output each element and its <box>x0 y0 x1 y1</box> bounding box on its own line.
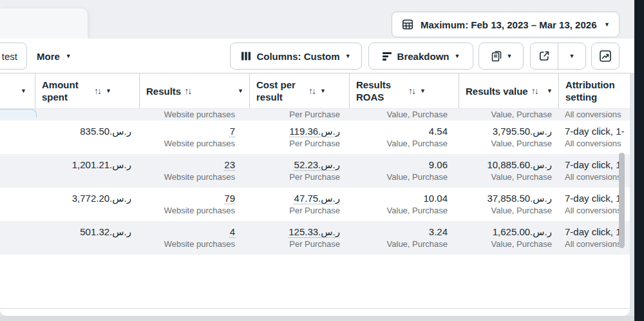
date-range-button[interactable]: Maximum: Feb 13, 2023 – Mar 13, 2026 ▼ <box>392 12 620 37</box>
cost-value-link[interactable]: ر.س.47.75 <box>294 192 340 205</box>
ads-manager-screen: Maximum: Feb 13, 2023 – Mar 13, 2026 ▼ t… <box>0 0 644 321</box>
results-value-link[interactable]: 4 <box>230 226 235 238</box>
column-header-results[interactable]: Results ↑↓ ▼ <box>139 73 249 108</box>
results-sublabel: Website purchases <box>164 109 235 121</box>
cell-cost-per-result: ر.س.47.75Per Purchase <box>249 188 349 221</box>
column-header-selection[interactable]: ▼ <box>0 73 35 108</box>
cell-results: 4Website purchases <box>139 221 249 255</box>
chevron-down-icon: ▼ <box>604 22 610 28</box>
results-value-link[interactable]: 7 <box>230 125 235 138</box>
cell-amount-spent: ر.س.3,772.20 <box>35 188 139 221</box>
export-icon <box>538 50 551 63</box>
chevron-down-icon: ▼ <box>66 54 71 59</box>
breakdown-button[interactable]: Breakdown ▼ <box>368 43 473 70</box>
cell-results: 79Website purchases <box>139 188 249 221</box>
column-header-results-value[interactable]: Results value ↑↓ ▼ <box>459 73 558 108</box>
sort-icon[interactable]: ↑↓ <box>408 86 417 96</box>
chevron-down-icon[interactable]: ▼ <box>238 88 243 94</box>
table-row: ر.س.3,772.20 79Website purchases ر.س.47.… <box>0 188 630 221</box>
cell-amount-spent: ر.س.501.32 <box>35 221 139 255</box>
column-header-cost-per-result[interactable]: Cost per result ↑↓ ▼ <box>249 73 349 108</box>
chevron-down-icon[interactable]: ▼ <box>106 88 111 94</box>
charts-button[interactable] <box>591 43 620 70</box>
cell-results-roas: 10.04Value, Purchase <box>349 188 459 221</box>
value-sublabel: Value, Purchase <box>491 109 552 121</box>
cell-cost-per-result: ر.س.125.33Per Purchase <box>249 221 349 255</box>
bottom-strip <box>0 316 644 321</box>
sort-icon[interactable]: ↑↓ <box>308 86 317 96</box>
chevron-down-icon: ▼ <box>21 88 26 94</box>
reports-icon <box>490 50 503 63</box>
columns-icon <box>241 51 251 61</box>
table-row: ر.س.1,201.21 23Website purchases ر.س.52.… <box>0 154 630 188</box>
table-footer-divider <box>0 308 630 309</box>
results-value-link[interactable]: 79 <box>224 192 235 205</box>
table-row: ر.س.835.50 7Website purchases ر.س.119.36… <box>0 121 630 154</box>
cost-sublabel: Per Purchase <box>289 109 340 121</box>
export-split-button: ▼ <box>530 43 586 70</box>
cell-results: 23Website purchases <box>139 154 249 188</box>
chevron-down-icon[interactable]: ▼ <box>547 88 553 94</box>
chevron-down-icon: ▼ <box>507 54 513 59</box>
columns-button[interactable]: Columns: Custom ▼ <box>230 43 362 70</box>
roas-sublabel: Value, Purchase <box>387 109 448 121</box>
cell-results-value: ر.س.1,625.00Value, Purchase <box>459 221 558 255</box>
column-header-attribution-setting[interactable]: Attribution setting <box>558 73 630 108</box>
column-header-amount-spent[interactable]: Amount spent ↑↓ ▼ <box>35 73 139 108</box>
more-menu-button[interactable]: More ▼ <box>37 43 71 70</box>
cost-value-link[interactable]: ر.س.119.36 <box>289 125 340 138</box>
table-header-row: ▼ Amount spent ↑↓ ▼ Results ↑↓ ▼ Cost pe… <box>0 73 630 109</box>
cell-results-roas: 9.06Value, Purchase <box>349 154 459 188</box>
sort-icon[interactable]: ↑↓ <box>184 86 193 96</box>
calendar-icon <box>401 18 414 31</box>
table-row-partial: Website purchases Per Purchase Value, Pu… <box>0 109 630 121</box>
cell-cost-per-result: ر.س.52.23Per Purchase <box>249 154 349 188</box>
date-range-label: Maximum: Feb 13, 2023 – Mar 13, 2026 <box>421 19 596 30</box>
results-value-link[interactable]: 23 <box>224 159 235 171</box>
cell-amount-spent: ر.س.835.50 <box>35 121 139 154</box>
column-header-results-roas[interactable]: Results ROAS ↑↓ ▼ <box>349 73 459 108</box>
ab-test-button[interactable]: test <box>0 43 27 70</box>
charts-icon <box>598 49 612 63</box>
cell-results-value: ر.س.10,885.60Value, Purchase <box>459 154 558 188</box>
table-row: ر.س.501.32 4Website purchases ر.س.125.33… <box>0 221 630 255</box>
cell-results-value: ر.س.3,795.50Value, Purchase <box>459 121 558 154</box>
chevron-down-icon: ▼ <box>345 54 351 59</box>
cell-cost-per-result: ر.س.119.36Per Purchase <box>249 121 349 154</box>
horizontal-scroll-indicator[interactable] <box>0 109 37 117</box>
vertical-scrollbar-thumb[interactable] <box>619 153 625 248</box>
cell-results-roas: 4.54Value, Purchase <box>349 121 459 154</box>
export-button[interactable] <box>531 43 558 69</box>
chevron-down-icon: ▼ <box>454 54 460 59</box>
chevron-down-icon[interactable]: ▼ <box>320 88 326 94</box>
chevron-down-icon[interactable]: ▼ <box>420 88 426 94</box>
top-band: Maximum: Feb 13, 2023 – Mar 13, 2026 ▼ <box>0 0 644 39</box>
cell-amount-spent: ر.س.1,201.21 <box>35 154 139 188</box>
campaigns-table: ▼ Amount spent ↑↓ ▼ Results ↑↓ ▼ Cost pe… <box>0 73 630 316</box>
attribution-sublabel: All conversions <box>565 109 621 121</box>
cost-value-link[interactable]: ر.س.125.33 <box>289 226 340 238</box>
cost-value-link[interactable]: ر.س.52.23 <box>294 159 340 171</box>
reports-button[interactable]: ▼ <box>478 43 524 70</box>
cell-results-roas: 3.24Value, Purchase <box>349 221 459 255</box>
export-options-button[interactable]: ▼ <box>558 43 585 69</box>
campaigns-tab[interactable] <box>0 8 88 39</box>
side-panel-edge <box>634 0 644 321</box>
cell-attribution-setting: 7-day click, 1-All conversions <box>558 121 630 154</box>
sort-icon[interactable]: ↑↓ <box>531 86 540 96</box>
cell-results-value: ر.س.37,858.50Value, Purchase <box>459 188 558 221</box>
chevron-down-icon: ▼ <box>569 54 575 59</box>
sort-icon[interactable]: ↑↓ <box>94 86 102 96</box>
breakdown-icon <box>382 51 392 61</box>
cell-results: 7Website purchases <box>139 121 249 154</box>
